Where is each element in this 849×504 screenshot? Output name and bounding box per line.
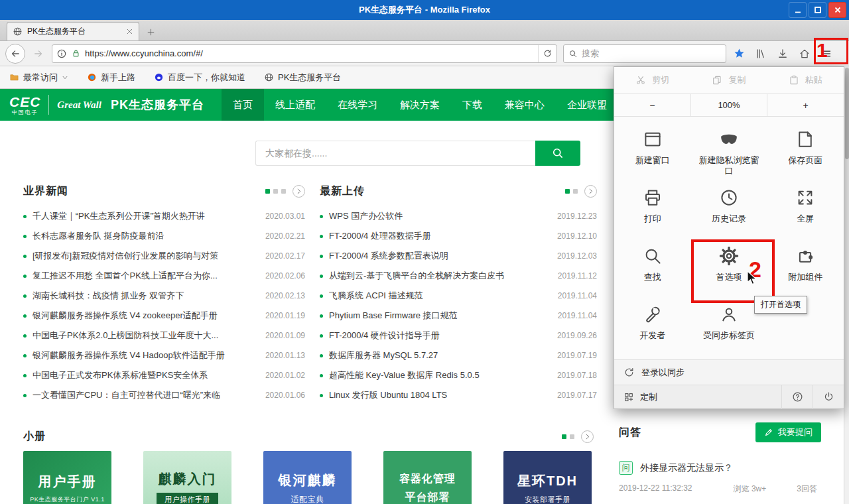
synced-tabs-person-icon	[719, 304, 739, 324]
tab-active[interactable]: PK生态服务平台	[7, 22, 139, 40]
pager-dot[interactable]	[273, 189, 278, 194]
upload-item[interactable]: FT-2000/4 系统参数配置表说明2019.12.03	[320, 246, 597, 266]
news-item[interactable]: 银河麒麟服务器操作系统 V4 Hadoop软件适配手册2020.01.13	[23, 346, 305, 365]
site-search-input[interactable]	[255, 141, 535, 166]
url-input[interactable]	[85, 48, 534, 58]
url-bar[interactable]	[52, 44, 557, 63]
pager-dot[interactable]	[570, 434, 574, 439]
menu-cut[interactable]: 剪切	[614, 74, 690, 86]
pager-dot[interactable]	[265, 189, 270, 194]
pager-dot[interactable]	[573, 189, 578, 194]
menu-item-developer[interactable]: 开发者	[614, 297, 690, 355]
booklet-card[interactable]: 星环TDH 安装部署手册	[503, 451, 592, 504]
vertical-scrollbar[interactable]	[844, 66, 849, 504]
close-button[interactable]	[828, 2, 846, 18]
bookmark-pk-platform[interactable]: PK生态服务平台	[264, 72, 341, 84]
upload-item[interactable]: 超高性能 Key-Value 数据库 Redis 5.0.52019.07.18	[320, 365, 597, 385]
nav-online-learning[interactable]: 在线学习	[326, 89, 389, 121]
nav-solutions[interactable]: 解决方案	[389, 89, 451, 121]
news-item[interactable]: 千人课堂｜“PK生态系列公开课”首期火热开讲2020.03.01	[23, 206, 305, 226]
booklet-card[interactable]: 用户手册 PK生态服务平台门户 V1.1	[23, 451, 111, 504]
menu-item-new-private-window[interactable]: 新建隐私浏览窗口	[690, 122, 767, 180]
reload-icon	[543, 48, 553, 58]
help-button[interactable]	[781, 385, 813, 409]
booklet-card[interactable]: 麒麟入门 用户操作手册	[143, 451, 231, 504]
question-answers: 3回答	[797, 483, 817, 495]
menu-item-fullscreen[interactable]: 全屏	[767, 180, 844, 239]
menu-item-print[interactable]: 打印	[614, 180, 690, 239]
menu-copy[interactable]: 复制	[690, 74, 767, 86]
news-item[interactable]: 长科志愿者服务队 挺身防疫最前沿2020.02.21	[23, 226, 305, 246]
downloads-button[interactable]	[773, 44, 792, 63]
menu-item-save-page[interactable]: 保存页面	[767, 122, 844, 180]
news-item[interactable]: [研报发布]新冠疫情对信创行业发展的影响与对策2020.02.17	[23, 246, 305, 266]
news-item[interactable]: 中国电子PK体系2.0上榜国防科技工业年度十大...2020.01.09	[23, 326, 305, 346]
pager-dot[interactable]	[562, 434, 566, 439]
site-info-icon[interactable]	[56, 48, 67, 59]
upload-item[interactable]: WPS 国产办公软件2019.12.23	[320, 206, 597, 226]
menu-item-find[interactable]: 查找	[614, 239, 690, 297]
upload-item[interactable]: FT-2000/4 硬件设计指导手册2019.09.26	[320, 326, 597, 346]
bookmark-getting-started[interactable]: 新手上路	[87, 72, 135, 84]
pager-dot[interactable]	[565, 189, 570, 194]
forward-button[interactable]	[29, 44, 48, 64]
zoom-out-button[interactable]: −	[614, 94, 690, 116]
reload-button[interactable]	[538, 45, 553, 62]
booklets-more-button[interactable]	[581, 430, 594, 443]
news-item[interactable]: 中国电子正式发布PK体系标准暨PKS安全体系2020.01.02	[23, 365, 305, 385]
quit-power-button[interactable]	[813, 385, 844, 409]
zoom-in-button[interactable]: +	[767, 94, 844, 116]
ask-question-button[interactable]: 我要提问	[755, 422, 821, 442]
cec-logo-subtext: 中国电子	[9, 110, 40, 115]
news-item[interactable]: 一文看懂国产CPU：自主可控替代进口“曙光”来临2020.01.06	[23, 385, 305, 405]
menu-item-new-window[interactable]: 新建窗口	[614, 122, 690, 180]
upload-item[interactable]: Phytium Base Firmware 接口规范2019.11.04	[320, 306, 597, 326]
customize-grid-icon	[623, 392, 634, 403]
back-button[interactable]	[5, 44, 25, 64]
bookmark-baidu[interactable]: 百度一下，你就知道	[154, 72, 245, 84]
menu-paste[interactable]: 粘贴	[767, 74, 844, 86]
bookmark-most-visited[interactable]: 最常访问	[9, 72, 68, 84]
cec-logo[interactable]: CEC 中国电子	[9, 95, 40, 115]
library-button[interactable]	[751, 44, 770, 63]
upload-item[interactable]: Linux 发行版 Ubuntu 1804 LTS2019.07.17	[320, 385, 597, 405]
scrollbar-thumb[interactable]	[845, 68, 849, 159]
upload-item[interactable]: 飞腾系统 ACPI 描述规范2019.11.04	[320, 286, 597, 306]
bookmark-star-button[interactable]	[730, 44, 748, 63]
new-tab-button[interactable]	[141, 23, 161, 40]
upload-item[interactable]: 数据库服务器 MySQL 5.7.272019.07.19	[320, 346, 597, 365]
nav-downloads[interactable]: 下载	[451, 89, 493, 121]
nav-home[interactable]: 首页	[222, 89, 264, 121]
copy-icon	[712, 75, 722, 86]
firefox-icon	[87, 72, 97, 82]
booklet-card[interactable]: 容器化管理 平台部署	[383, 451, 472, 504]
annotation-box-2	[691, 239, 775, 303]
question-text: 外接显示器无法显示？	[640, 462, 733, 474]
news-item[interactable]: 湖南长城科技：战疫情 抓业务 双管齐下2020.02.13	[23, 286, 305, 306]
menu-sign-in-sync[interactable]: 登录以同步	[614, 359, 844, 385]
nav-compatibility-center[interactable]: 兼容中心	[493, 89, 556, 121]
pager-dot[interactable]	[281, 189, 286, 194]
menu-item-addons[interactable]: 附加组件	[767, 239, 844, 297]
uploads-more-button[interactable]	[584, 185, 597, 198]
home-button[interactable]	[795, 44, 814, 63]
browser-search-input[interactable]	[582, 48, 721, 58]
news-item[interactable]: 复工推迟不用愁 全国首个PK线上适配平台为你...2020.02.06	[23, 266, 305, 286]
menu-item-history[interactable]: 历史记录	[690, 180, 767, 239]
maximize-button[interactable]	[809, 2, 826, 18]
news-more-button[interactable]	[293, 185, 305, 198]
minimize-button[interactable]	[789, 2, 807, 18]
upload-item[interactable]: 从端到云-基于飞腾平台的全栈解决方案白皮书2019.11.12	[320, 266, 597, 286]
tab-close-icon[interactable]	[126, 28, 133, 35]
zoom-level[interactable]: 100%	[690, 94, 768, 116]
qa-question-item[interactable]: 问 外接显示器无法显示？	[619, 461, 821, 475]
browser-search[interactable]	[563, 44, 726, 63]
news-item[interactable]: 银河麒麟服务器操作系统 V4 zookeeper适配手册2020.01.19	[23, 306, 305, 326]
site-search-button[interactable]	[535, 141, 580, 166]
menu-customize[interactable]: 定制	[623, 391, 657, 403]
booklet-card[interactable]: 银河麒麟 适配宝典	[263, 451, 352, 504]
nav-enterprise-alliance[interactable]: 企业联盟	[556, 89, 618, 121]
nav-online-adaptation[interactable]: 线上适配	[264, 89, 326, 121]
menu-edit-row: 剪切 复制 粘贴	[614, 67, 844, 94]
upload-item[interactable]: FT-2000/4 处理器数据手册2019.12.10	[320, 226, 597, 246]
